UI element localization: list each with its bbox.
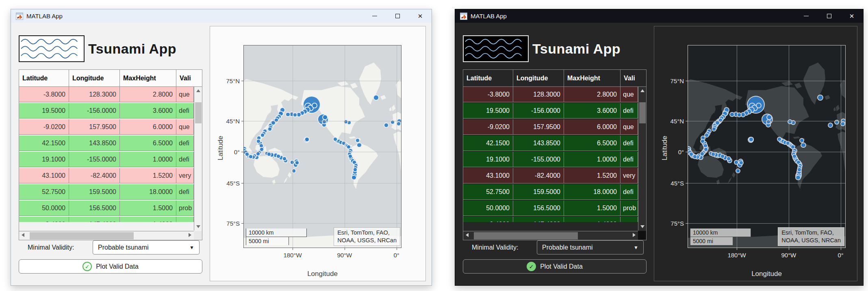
maximize-button[interactable] xyxy=(818,9,840,23)
table-cell[interactable]: 19.1000 xyxy=(463,152,513,167)
scroll-up-icon[interactable] xyxy=(640,89,644,92)
table-cell[interactable]: 157.9500 xyxy=(513,119,564,135)
table-horizontal-scrollbar[interactable] xyxy=(19,231,194,240)
table-cell[interactable]: 1.0000 xyxy=(564,152,621,167)
table-row[interactable]: 19.5000-156.00003.6000defi xyxy=(463,103,638,119)
table-cell[interactable]: defi xyxy=(621,184,638,200)
table-cell[interactable]: 1.4000 xyxy=(564,217,621,222)
table-cell[interactable]: 1.4000 xyxy=(120,217,176,222)
table-cell[interactable]: 42.1500 xyxy=(463,136,513,151)
table-row[interactable]: 43.1000-82.40001.5200very xyxy=(19,168,194,183)
table-cell[interactable]: defi xyxy=(176,136,194,151)
table-row[interactable]: 42.1500143.85006.5000defi xyxy=(463,136,638,151)
table-cell[interactable]: 159.5000 xyxy=(513,184,564,200)
table-cell[interactable]: 6.5000 xyxy=(564,136,621,151)
vertical-scroll-thumb[interactable] xyxy=(639,102,646,123)
table-cell[interactable]: 50.0000 xyxy=(463,200,513,216)
table-cell[interactable]: que xyxy=(621,87,638,102)
table-cell[interactable]: -3.8000 xyxy=(463,87,513,102)
table-cell[interactable]: 43.1000 xyxy=(19,168,69,183)
table-row[interactable]: -3.8000128.30002.8000que xyxy=(463,87,638,102)
table-row[interactable]: 42.1500143.85006.5000defi xyxy=(19,136,194,151)
table-cell[interactable]: 52.7500 xyxy=(463,184,513,200)
geo-map-plot[interactable]: 10000 km 5000 mi Esri, TomTom, FAO, NOAA… xyxy=(688,45,845,248)
table-cell[interactable]: 52.7500 xyxy=(19,184,69,200)
table-cell[interactable]: 159.5000 xyxy=(69,184,120,200)
table-row[interactable]: 19.1000-155.00001.0000defi xyxy=(19,152,194,167)
scroll-right-icon[interactable] xyxy=(633,233,636,237)
table-cell[interactable]: defi xyxy=(176,152,194,167)
horizontal-scroll-thumb[interactable] xyxy=(30,232,134,239)
table-cell[interactable]: 2.8000 xyxy=(120,87,176,102)
table-cell[interactable]: -9.0200 xyxy=(463,119,513,135)
table-row[interactable]: -9.0200157.95006.0000que xyxy=(19,119,194,135)
maximize-button[interactable] xyxy=(386,9,409,23)
table-cell[interactable]: 6.0000 xyxy=(564,119,621,135)
table-cell[interactable]: -9.4000 xyxy=(19,217,69,222)
table-row[interactable]: -9.4000147.40001.4000 xyxy=(463,217,638,222)
table-cell[interactable]: 128.3000 xyxy=(513,87,564,102)
table-cell[interactable]: defi xyxy=(621,152,638,167)
vertical-scroll-thumb[interactable] xyxy=(195,102,202,123)
plot-valid-data-button[interactable]: ✓ Plot Valid Data xyxy=(463,259,647,274)
table-cell[interactable]: 1.5200 xyxy=(564,168,621,183)
table-cell[interactable]: 143.8500 xyxy=(69,136,120,151)
scroll-down-icon[interactable] xyxy=(640,225,644,228)
table-cell[interactable]: 147.4000 xyxy=(69,217,120,222)
table-cell[interactable] xyxy=(176,217,194,222)
table-cell[interactable]: 3.6000 xyxy=(564,103,621,119)
title-bar[interactable]: MATLAB App ✕ xyxy=(11,9,432,23)
table-cell[interactable]: 157.9500 xyxy=(69,119,120,135)
table-cell[interactable]: 1.0000 xyxy=(120,152,176,167)
table-cell[interactable]: 19.5000 xyxy=(463,103,513,119)
table-cell[interactable]: 1.5000 xyxy=(564,200,621,216)
tsunami-data-table[interactable]: Latitude Longitude MaxHeight Vali -3.800… xyxy=(463,69,647,240)
table-cell[interactable]: 18.0000 xyxy=(120,184,176,200)
table-cell[interactable]: defi xyxy=(621,136,638,151)
minimize-button[interactable] xyxy=(795,9,818,23)
tsunami-data-table[interactable]: Latitude Longitude MaxHeight Vali -3.800… xyxy=(19,69,202,240)
table-cell[interactable]: 1.5000 xyxy=(120,200,176,216)
plot-valid-data-button[interactable]: ✓ Plot Valid Data xyxy=(19,259,202,274)
scroll-down-icon[interactable] xyxy=(196,225,200,228)
table-cell[interactable]: 43.1000 xyxy=(463,168,513,183)
table-vertical-scrollbar[interactable] xyxy=(194,87,202,231)
table-row[interactable]: 19.1000-155.00001.0000defi xyxy=(463,152,638,167)
table-cell[interactable] xyxy=(621,217,638,222)
title-bar[interactable]: MATLAB App ✕ xyxy=(455,9,863,23)
table-cell[interactable]: -155.0000 xyxy=(69,152,120,167)
table-cell[interactable]: 3.6000 xyxy=(120,103,176,119)
table-cell[interactable]: defi xyxy=(176,184,194,200)
table-row[interactable]: 52.7500159.500018.0000defi xyxy=(19,184,194,200)
table-row[interactable]: 50.0000156.50001.5000prob xyxy=(463,200,638,216)
table-cell[interactable]: prob xyxy=(621,200,638,216)
table-cell[interactable]: 147.4000 xyxy=(513,217,564,222)
scroll-right-icon[interactable] xyxy=(189,233,191,237)
table-row[interactable]: -9.4000147.40001.4000 xyxy=(19,217,194,222)
table-cell[interactable]: -3.8000 xyxy=(19,87,69,102)
table-row[interactable]: 52.7500159.500018.0000defi xyxy=(463,184,638,200)
table-row[interactable]: 50.0000156.50001.5000prob xyxy=(19,200,194,216)
table-cell[interactable]: defi xyxy=(176,103,194,119)
table-cell[interactable]: defi xyxy=(621,103,638,119)
close-button[interactable]: ✕ xyxy=(840,9,863,23)
table-cell[interactable]: 156.5000 xyxy=(513,200,564,216)
table-row[interactable]: -9.0200157.95006.0000que xyxy=(463,119,638,135)
table-cell[interactable]: -155.0000 xyxy=(513,152,564,167)
table-cell[interactable]: -9.0200 xyxy=(19,119,69,135)
table-cell[interactable]: -82.4000 xyxy=(69,168,120,183)
table-horizontal-scrollbar[interactable] xyxy=(463,231,638,240)
table-cell[interactable]: 143.8500 xyxy=(513,136,564,151)
table-cell[interactable]: 42.1500 xyxy=(19,136,69,151)
validity-dropdown[interactable]: Probable tsunami ▼ xyxy=(537,240,644,254)
table-cell[interactable]: -9.4000 xyxy=(463,217,513,222)
table-cell[interactable]: prob xyxy=(176,200,194,216)
scroll-up-icon[interactable] xyxy=(196,89,200,92)
table-cell[interactable]: 156.5000 xyxy=(69,200,120,216)
table-cell[interactable]: 50.0000 xyxy=(19,200,69,216)
table-cell[interactable]: -82.4000 xyxy=(513,168,564,183)
table-row[interactable]: -3.8000128.30002.8000que xyxy=(19,87,194,102)
scroll-left-icon[interactable] xyxy=(22,233,24,237)
table-cell[interactable]: 128.3000 xyxy=(69,87,120,102)
table-cell[interactable]: -156.0000 xyxy=(513,103,564,119)
